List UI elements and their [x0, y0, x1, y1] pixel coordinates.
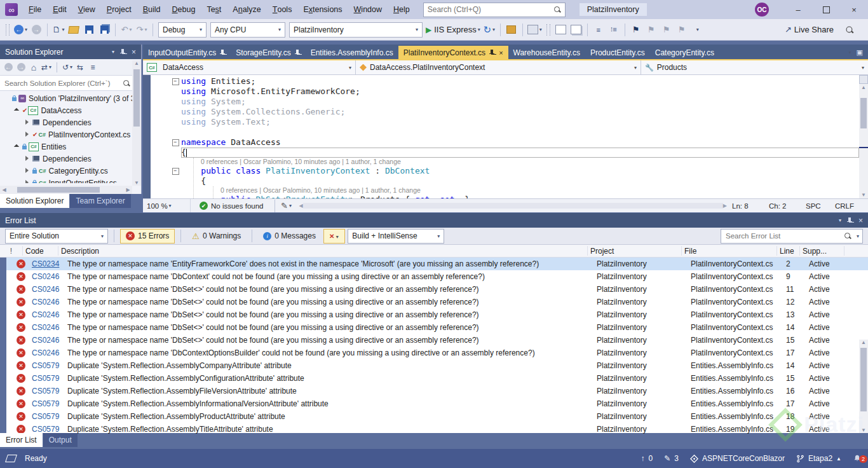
quick-search-box[interactable] — [423, 3, 566, 17]
menu-item-window[interactable]: Window — [348, 0, 388, 19]
error-row[interactable]: ✕CS0579Duplicate 'System.Reflection.Asse… — [6, 359, 868, 372]
error-row[interactable]: ✕CS0246The type or namespace name 'DbSet… — [6, 296, 868, 308]
switch-views-icon[interactable]: ⇄▾ — [41, 61, 52, 74]
scroll-down-icon[interactable]: ▼ — [132, 180, 141, 186]
undo-icon[interactable]: ↶▾ — [119, 22, 134, 38]
column-header-code[interactable]: Code — [23, 246, 58, 256]
menu-item-tools[interactable]: Tools — [267, 0, 298, 19]
collapse-all-icon[interactable]: ≡ — [87, 61, 98, 74]
menu-item-file[interactable]: File — [23, 0, 47, 19]
pin-icon[interactable] — [220, 50, 226, 56]
back-icon[interactable]: ← — [3, 61, 14, 74]
live-share-button[interactable]: ↗Live Share — [783, 22, 835, 38]
error-search-input[interactable] — [724, 231, 844, 240]
toolbar-grip[interactable] — [6, 24, 10, 36]
document-list-icon[interactable]: ▾ — [849, 50, 851, 55]
collapse-icon[interactable]: − — [172, 139, 179, 146]
previous-bookmark-icon[interactable]: ⚑ — [644, 22, 659, 38]
scroll-up-icon[interactable]: ▲ — [859, 85, 868, 90]
expander-collapsed-icon[interactable] — [24, 155, 31, 162]
toolbar-overflow-icon[interactable]: ▾ — [689, 22, 705, 38]
browser-window-icon[interactable]: ▾ — [526, 22, 543, 38]
account-avatar[interactable]: OC — [755, 3, 769, 17]
tab-warehouseentity-cs[interactable]: WarehouseEntity.cs — [508, 46, 585, 59]
scroll-right-icon[interactable]: ▶ — [124, 187, 132, 193]
close-icon[interactable]: × — [499, 49, 503, 57]
search-icon[interactable] — [844, 232, 851, 240]
panel-tab-team-explorer[interactable]: Team Explorer — [70, 194, 130, 208]
codelens-text[interactable]: 0 references | Oscar Palomino, 10 minute… — [181, 186, 859, 195]
scroll-up-icon[interactable]: ▲ — [859, 340, 868, 345]
scroll-right-icon[interactable]: ▶ — [723, 203, 727, 209]
code-cleanup-icon[interactable]: ✎▾ — [278, 198, 294, 214]
menu-item-help[interactable]: Help — [388, 0, 416, 19]
error-row[interactable]: ✕CS0246The type or namespace name 'DbCon… — [6, 347, 868, 359]
column-header-project[interactable]: Project — [588, 246, 682, 256]
bookmark-icon[interactable]: ⚑ — [628, 22, 644, 38]
solution-configuration-dropdown[interactable]: Debug▾ — [158, 22, 207, 38]
pin-icon[interactable] — [295, 50, 301, 56]
menu-item-view[interactable]: View — [72, 0, 101, 19]
column-header-supp[interactable]: Supp... — [800, 246, 844, 256]
maximize-button[interactable] — [812, 0, 840, 19]
menu-item-build[interactable]: Build — [137, 0, 166, 19]
scroll-down-icon[interactable]: ▼ — [859, 427, 868, 433]
expander-collapsed-icon[interactable] — [24, 179, 31, 183]
line-ending-indicator[interactable]: CRLF — [835, 202, 868, 210]
error-list-title[interactable]: Error List ▾ × — [0, 213, 868, 228]
scroll-down-icon[interactable]: ▼ — [859, 192, 868, 198]
codelens-text[interactable]: 0 references | Oscar Palomino, 10 minute… — [181, 158, 859, 166]
new-project-icon[interactable]: 🗋▾ — [51, 22, 66, 38]
error-row[interactable]: ✕CS0246The type or namespace name 'DbCon… — [6, 270, 868, 283]
scroll-left-icon[interactable]: ◀ — [0, 187, 8, 193]
scrollbar-thumb[interactable] — [133, 69, 140, 127]
scrollbar-thumb[interactable] — [17, 187, 100, 193]
solution-explorer-search[interactable]: ▾ — [0, 76, 141, 91]
tab-categoryentity-cs[interactable]: CategoryEntity.cs — [650, 46, 719, 59]
menu-item-project[interactable]: Project — [101, 0, 137, 19]
error-row[interactable]: ✕CS0579Duplicate 'System.Reflection.Asse… — [6, 397, 868, 410]
column-indicator[interactable]: Ch: 2 — [769, 202, 806, 210]
search-icon[interactable] — [123, 79, 130, 87]
errors-toggle[interactable]: ✕15 Errors — [120, 229, 175, 244]
solution-search-input[interactable] — [3, 79, 123, 88]
forward-icon[interactable]: → — [15, 61, 27, 74]
pending-changes-filter-icon[interactable]: ↺▾ — [62, 61, 73, 74]
panel-tab-output[interactable]: Output — [43, 433, 78, 447]
zoom-dropdown[interactable]: 100 %▾ — [143, 199, 191, 212]
collapse-icon[interactable]: − — [172, 168, 179, 175]
pin-icon[interactable] — [120, 49, 126, 55]
build-intellisense-dropdown[interactable]: Build + IntelliSense▾ — [348, 229, 444, 244]
scrollbar-thumb[interactable] — [860, 98, 867, 128]
tree-item-categoryentity-cs[interactable]: C#CategoryEntity.cs — [0, 165, 141, 177]
home-icon[interactable]: ⌂ — [28, 61, 39, 74]
scope-dropdown[interactable]: Entire Solution▾ — [5, 229, 108, 244]
error-table-header[interactable]: !CodeDescriptionProjectFileLineSupp... — [0, 245, 868, 258]
panel-tab-solution-explorer[interactable]: Solution Explorer — [0, 194, 69, 208]
menu-item-debug[interactable]: Debug — [166, 0, 201, 19]
expander-expanded-icon[interactable] — [14, 143, 21, 150]
editor-vertical-scrollbar[interactable]: ▲ ▼ — [859, 75, 868, 198]
repository-button[interactable]: ASPNETCoreConBlazor — [690, 454, 785, 463]
increase-indent-icon[interactable]: ⁝≡ — [606, 22, 621, 38]
tree-item-dependencies[interactable]: Dependencies — [0, 116, 141, 128]
next-bookmark-icon[interactable]: ⚑ — [659, 22, 674, 38]
tab-storageentity-cs[interactable]: StorageEntity.cs — [231, 46, 305, 59]
open-file-icon[interactable] — [66, 22, 81, 38]
pin-icon[interactable] — [847, 217, 853, 224]
quick-search-input[interactable] — [424, 5, 553, 14]
window-position-icon[interactable]: ▾ — [112, 49, 114, 55]
expander-collapsed-icon[interactable] — [24, 131, 31, 138]
split-window-handle[interactable] — [859, 75, 868, 84]
scroll-up-icon[interactable]: ▲ — [132, 60, 141, 66]
error-row[interactable]: ✕CS0234The type or namespace name 'Entit… — [6, 258, 868, 270]
filter-button[interactable]: ✕ — [323, 229, 345, 244]
column-header-description[interactable]: Description — [58, 246, 588, 256]
scrollbar-track[interactable] — [303, 203, 723, 209]
collapse-icon[interactable]: − — [172, 78, 179, 85]
error-row[interactable]: ✕CS0246The type or namespace name 'DbSet… — [6, 334, 868, 347]
health-label[interactable]: No issues found — [211, 202, 263, 210]
start-debug-button[interactable]: ▶IIS Express▾ — [424, 22, 482, 38]
redo-icon[interactable]: ↷▾ — [134, 22, 149, 38]
menu-item-edit[interactable]: Edit — [47, 0, 72, 19]
